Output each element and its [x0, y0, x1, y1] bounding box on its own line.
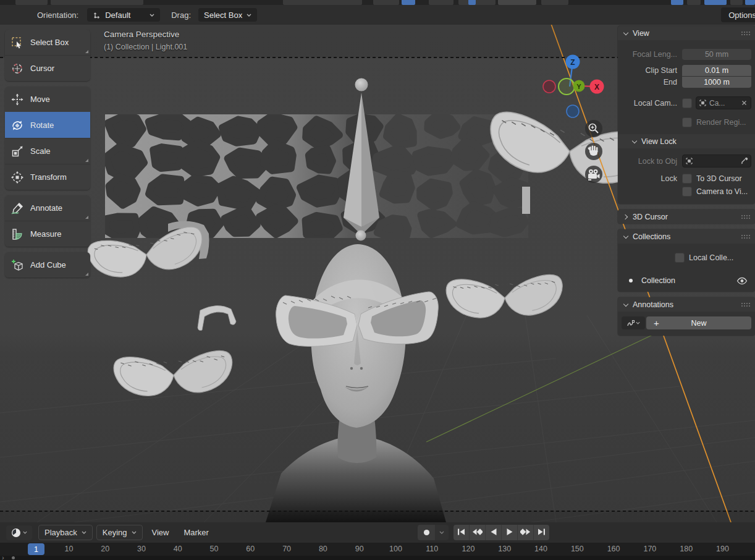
clear-x-icon[interactable] — [740, 99, 748, 107]
scene-collection-label: (1) Collection | Light.001 — [104, 41, 187, 53]
chevron-down-icon — [132, 531, 137, 534]
frame-tick-label: 170 — [643, 545, 656, 553]
tool-button-select-box[interactable]: Select Box — [5, 30, 90, 55]
play-reverse-icon — [490, 527, 497, 538]
next-keyframe-button[interactable] — [517, 525, 533, 540]
timeline-menu-playback[interactable]: Playback — [38, 525, 93, 540]
tool-label: Scale — [30, 146, 51, 156]
jump-to-end-button[interactable] — [533, 525, 549, 540]
collection-list-item[interactable]: Collection — [620, 274, 753, 287]
eyedropper-icon[interactable] — [740, 157, 748, 165]
viewport-text-overlay: Camera Perspective (1) Collection | Ligh… — [104, 28, 187, 53]
lock-to-3d-cursor-checkbox[interactable] — [682, 174, 692, 184]
rotate-icon — [11, 119, 24, 132]
tool-button-move[interactable]: Move — [5, 87, 90, 112]
move-icon — [11, 93, 24, 106]
frame-tick-label: 100 — [389, 545, 402, 553]
tool-button-scale[interactable]: Scale — [5, 138, 90, 164]
gizmo-axis-x[interactable]: X — [590, 80, 604, 94]
annotation-scribble-icon — [626, 319, 635, 327]
timeline-frame-ruler[interactable]: 1 10203040506070809010011012013014015016… — [0, 543, 755, 556]
svg-text:X: X — [594, 83, 599, 91]
annotations-panel-header[interactable]: Annotations — [618, 297, 755, 312]
upper-bar-fragment — [498, 0, 536, 5]
camera-to-view-checkbox[interactable] — [682, 187, 692, 197]
orientation-dropdown[interactable]: Default — [87, 8, 160, 22]
keying-set-dropdown[interactable] — [435, 525, 449, 540]
voronoi-panel-object[interactable] — [105, 114, 541, 240]
view-panel-header[interactable]: View — [618, 26, 755, 40]
annotations-title: Annotations — [633, 300, 673, 309]
render-region-checkbox[interactable] — [682, 117, 692, 127]
collections-title: Collections — [633, 232, 670, 241]
local-collections-checkbox[interactable] — [675, 253, 685, 263]
collection-active-dot-icon — [629, 279, 633, 282]
timeline-scrollbar[interactable]: › — [0, 556, 755, 560]
glasses-peg-object[interactable] — [522, 187, 530, 214]
annotation-new-button[interactable]: + New — [646, 316, 751, 329]
previous-keyframe-button[interactable] — [469, 525, 485, 540]
tool-button-add-cube[interactable]: Add Cube — [5, 252, 90, 278]
tool-label: Select Box — [30, 38, 69, 47]
frame-tick-label: 70 — [282, 545, 291, 553]
lock-to-object-field[interactable] — [682, 155, 751, 168]
upper-bar-fragment — [283, 0, 362, 5]
frame-tick-label: 50 — [210, 545, 219, 553]
tool-button-annotate[interactable]: Annotate — [5, 195, 90, 221]
focal-length-field[interactable]: 50 mm — [682, 49, 751, 60]
tool-button-rotate[interactable]: Rotate — [5, 112, 90, 138]
focal-length-label: Focal Leng... — [620, 50, 682, 59]
panel-grip-handle[interactable] — [741, 302, 751, 307]
gizmo-axis-z-negative[interactable] — [567, 105, 579, 117]
clip-end-field[interactable]: 1000 m — [682, 77, 751, 88]
drag-dropdown[interactable]: Select Box — [198, 8, 257, 22]
auto-keying-record-button[interactable] — [418, 525, 435, 540]
play-button[interactable] — [501, 525, 517, 540]
collections-panel-header[interactable]: Collections — [618, 229, 755, 244]
clip-start-field[interactable]: 0.01 m — [682, 65, 751, 76]
3d-cursor-panel-header[interactable]: 3D Cursor — [618, 210, 755, 224]
pan-hand-button[interactable] — [585, 143, 602, 160]
panel-grip-handle[interactable] — [741, 214, 751, 219]
subtool-indicator-icon — [85, 159, 88, 162]
auto-keying-group — [418, 525, 449, 540]
tool-button-measure[interactable]: Measure — [5, 221, 90, 247]
object-data-icon — [685, 157, 693, 165]
frame-tick-label: 120 — [462, 545, 475, 553]
gizmo-axis-y-negative[interactable] — [559, 78, 575, 95]
subtool-indicator-icon — [85, 50, 88, 53]
gizmo-axis-x-negative[interactable] — [543, 80, 555, 93]
gizmo-axis-z[interactable]: Z — [566, 55, 580, 69]
scroll-arrow-icon: › — [2, 556, 4, 560]
chevron-down-icon — [247, 14, 251, 17]
chevron-down-icon — [623, 234, 629, 240]
camera-view-button[interactable] — [585, 166, 602, 183]
panel-grip-handle[interactable] — [741, 234, 751, 239]
collections-panel: Collections Local Colle... Collection — [618, 229, 755, 292]
tool-shelf: Select BoxCursorMoveRotateScaleTransform… — [5, 30, 90, 283]
local-camera-checkbox[interactable] — [682, 98, 692, 108]
play-reverse-button[interactable] — [485, 525, 501, 540]
tool-button-transform[interactable]: Transform — [5, 164, 90, 190]
chevron-down-icon — [82, 531, 86, 534]
upper-bar-fragment — [541, 0, 568, 5]
timeline-menu-view[interactable]: View — [146, 525, 175, 540]
3d-cursor-title: 3D Cursor — [633, 213, 668, 221]
gizmo-axis-y[interactable]: Y — [573, 80, 585, 92]
current-frame-indicator[interactable]: 1 — [28, 543, 44, 555]
visibility-eye-icon[interactable] — [736, 277, 748, 285]
frame-tick-label: 140 — [534, 545, 547, 553]
timeline-menu-marker[interactable]: Marker — [178, 525, 214, 540]
tool-label: Annotate — [30, 203, 62, 213]
zoom-button[interactable] — [585, 120, 602, 137]
panel-grip-handle[interactable] — [741, 31, 751, 36]
local-camera-field[interactable]: Ca... — [696, 96, 751, 109]
editor-type-dropdown[interactable] — [6, 525, 32, 540]
tool-button-cursor[interactable]: Cursor — [5, 55, 90, 81]
viewport-navigation-gizmo: ZYX — [531, 53, 607, 185]
view-lock-subpanel-header[interactable]: View Lock — [618, 134, 755, 148]
cursor-icon — [11, 62, 24, 75]
annotation-layer-dropdown[interactable] — [622, 316, 645, 329]
jump-to-start-button[interactable] — [453, 525, 469, 540]
timeline-menu-keying[interactable]: Keying — [96, 525, 143, 540]
